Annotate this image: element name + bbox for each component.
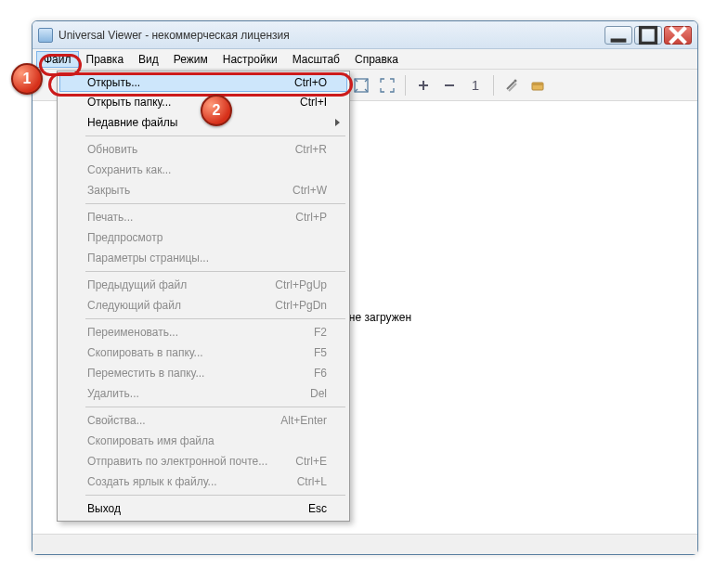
submenu-arrow-icon bbox=[335, 119, 340, 126]
menu-item-shortcut: F6 bbox=[314, 367, 327, 380]
titlebar[interactable]: Universal Viewer - некоммерческая лиценз… bbox=[32, 21, 697, 49]
menu-item: Скопировать имя файла bbox=[59, 431, 347, 451]
menu-item-label: Открыть... bbox=[87, 76, 294, 89]
menu-item-label: Скопировать имя файла bbox=[87, 434, 327, 447]
menu-item: Параметры страницы... bbox=[59, 248, 347, 268]
svg-rect-1 bbox=[641, 27, 656, 43]
menu-view[interactable]: Вид bbox=[131, 51, 166, 68]
menu-file[interactable]: Файл bbox=[36, 51, 79, 68]
menu-item-label: Создать ярлык к файлу... bbox=[87, 475, 297, 488]
menu-item: Предпросмотр bbox=[59, 227, 347, 248]
menu-item-shortcut: Alt+Enter bbox=[280, 414, 327, 427]
menu-item: Сохранить как... bbox=[59, 160, 347, 180]
menu-item-shortcut: Ctrl+W bbox=[292, 184, 327, 197]
menu-zoom[interactable]: Масштаб bbox=[285, 51, 347, 68]
menu-item-shortcut: Ctrl+R bbox=[295, 143, 327, 156]
menu-item: Предыдущий файлCtrl+PgUp bbox=[59, 275, 347, 295]
menu-item-shortcut: Ctrl+I bbox=[300, 96, 327, 109]
menu-item-shortcut: Ctrl+PgUp bbox=[275, 278, 327, 291]
menu-item: Следующий файлCtrl+PgDn bbox=[59, 295, 347, 316]
menu-separator bbox=[85, 407, 345, 407]
menu-item: Скопировать в папку...F5 bbox=[59, 342, 347, 363]
menu-separator bbox=[85, 318, 345, 319]
menu-item-label: Печать... bbox=[87, 211, 295, 224]
menu-item-shortcut: Ctrl+O bbox=[294, 76, 327, 89]
menu-separator bbox=[85, 203, 345, 204]
menu-separator bbox=[85, 136, 345, 136]
menu-item-label: Удалить... bbox=[87, 387, 310, 400]
menu-item: Удалить...Del bbox=[59, 383, 347, 404]
menu-item-label: Предыдущий файл bbox=[87, 278, 275, 291]
window-controls bbox=[604, 26, 692, 45]
svg-point-10 bbox=[514, 79, 517, 82]
plugins-icon[interactable] bbox=[527, 75, 548, 96]
menu-item-label: Выход bbox=[87, 502, 308, 515]
menu-item: Отправить по электронной почте...Ctrl+E bbox=[59, 451, 347, 471]
menu-item-label: Обновить bbox=[87, 143, 295, 156]
menu-item-label: Отправить по электронной почте... bbox=[87, 455, 295, 468]
close-button[interactable] bbox=[664, 26, 692, 45]
toolbar-separator bbox=[493, 75, 494, 96]
menu-item-label: Предпросмотр bbox=[87, 231, 327, 244]
zoom-in-icon[interactable] bbox=[413, 75, 434, 96]
menu-item: Создать ярлык к файлу...Ctrl+L bbox=[59, 471, 347, 492]
menu-item-label: Параметры страницы... bbox=[87, 252, 327, 265]
menu-settings[interactable]: Настройки bbox=[215, 51, 285, 68]
minimize-button[interactable] bbox=[604, 26, 632, 45]
zoom-level[interactable]: 1 bbox=[465, 75, 486, 96]
menu-separator bbox=[85, 271, 345, 272]
menu-help[interactable]: Справка bbox=[347, 51, 406, 68]
menu-mode[interactable]: Режим bbox=[166, 51, 215, 68]
menu-item: Печать...Ctrl+P bbox=[59, 207, 347, 227]
menu-item-shortcut: F2 bbox=[314, 326, 327, 339]
maximize-button[interactable] bbox=[634, 26, 662, 45]
menu-separator bbox=[85, 495, 345, 496]
settings-icon[interactable] bbox=[501, 75, 522, 96]
menu-item-label: Скопировать в папку... bbox=[87, 346, 314, 359]
menu-item: Переименовать...F2 bbox=[59, 322, 347, 342]
statusbar bbox=[32, 534, 697, 554]
menu-item-shortcut: Del bbox=[310, 387, 327, 400]
menu-item-shortcut: Esc bbox=[308, 502, 327, 515]
menu-item: Переместить в папку...F6 bbox=[59, 363, 347, 383]
menu-item-shortcut: Ctrl+E bbox=[295, 455, 327, 468]
window-title: Universal Viewer - некоммерческая лиценз… bbox=[58, 29, 604, 42]
menu-item-shortcut: Ctrl+L bbox=[297, 475, 327, 488]
menu-edit[interactable]: Правка bbox=[79, 51, 132, 68]
menu-item-label: Сохранить как... bbox=[87, 163, 327, 176]
menu-item-label: Переименовать... bbox=[87, 326, 314, 339]
menu-item-label: Переместить в папку... bbox=[87, 367, 314, 380]
menu-item: Свойства...Alt+Enter bbox=[59, 410, 347, 431]
file-menu-dropdown: Открыть...Ctrl+OОткрыть папку...Ctrl+IНе… bbox=[57, 71, 350, 522]
menubar: Файл Правка Вид Режим Настройки Масштаб … bbox=[32, 49, 697, 70]
menu-item-label: Закрыть bbox=[87, 184, 292, 197]
menu-item-label: Открыть папку... bbox=[87, 96, 300, 109]
fit-window-icon[interactable] bbox=[351, 75, 371, 96]
step-badge-2: 2 bbox=[201, 95, 232, 126]
menu-item-label: Следующий файл bbox=[87, 299, 275, 312]
menu-item-shortcut: Ctrl+PgDn bbox=[275, 299, 327, 312]
menu-item[interactable]: ВыходEsc bbox=[59, 498, 347, 519]
menu-item-shortcut: F5 bbox=[314, 346, 327, 359]
menu-item[interactable]: Открыть...Ctrl+O bbox=[59, 73, 347, 92]
fullscreen-icon[interactable] bbox=[377, 75, 397, 96]
menu-item-label: Свойства... bbox=[87, 414, 280, 427]
menu-item: ОбновитьCtrl+R bbox=[59, 139, 347, 160]
zoom-out-icon[interactable] bbox=[439, 75, 460, 96]
toolbar-separator bbox=[405, 75, 406, 96]
app-icon bbox=[38, 28, 53, 43]
menu-item: ЗакрытьCtrl+W bbox=[59, 180, 347, 200]
menu-item-shortcut: Ctrl+P bbox=[295, 211, 327, 224]
svg-rect-12 bbox=[532, 83, 543, 85]
step-badge-1: 1 bbox=[11, 63, 43, 95]
